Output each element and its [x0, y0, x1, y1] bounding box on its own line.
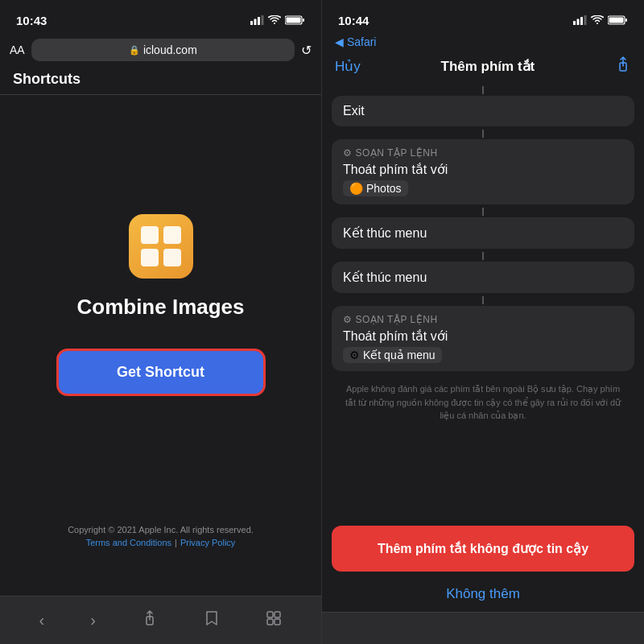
svg-rect-6 [287, 18, 301, 23]
lock-icon: 🔒 [129, 45, 140, 56]
left-bottom-nav: ‹ › [0, 596, 321, 644]
action-ket-thuc-2: Kết thúc menu [332, 262, 634, 293]
action-thoat-photos: ⚙ SOẠN TẬP LỆNH Thoát phím tắt với 🟠 Pho… [332, 139, 634, 204]
icon-square-4 [163, 249, 181, 266]
right-footer-text: Apple không đánh giá các phím tắt bên ng… [332, 374, 634, 431]
right-wifi-icon [591, 15, 604, 25]
icon-square-2 [163, 226, 181, 244]
photos-tag-label: Photos [366, 182, 402, 195]
right-status-icons [573, 15, 628, 25]
svg-rect-17 [625, 19, 627, 22]
connector-2 [482, 130, 484, 138]
terms-link[interactable]: Terms and Conditions [86, 538, 171, 547]
get-shortcut-button[interactable]: Get Shortcut [56, 349, 266, 396]
action-ket-thuc-1: Kết thúc menu [332, 217, 634, 249]
browser-bar: AA 🔒 icloud.com ↺ [0, 35, 321, 64]
connector-3 [482, 208, 484, 216]
share-icon[interactable] [142, 610, 158, 630]
left-phone: 10:43 AA [0, 0, 322, 644]
right-nav-bar: Hủy Thêm phím tắt [322, 52, 644, 85]
svg-rect-1 [254, 19, 257, 26]
svg-rect-10 [267, 619, 273, 625]
right-battery-icon [608, 15, 628, 25]
ket-thuc-label-1: Kết thúc menu [343, 226, 427, 240]
connector-4 [482, 252, 484, 260]
right-status-bar: 10:44 [322, 0, 644, 35]
battery-icon [285, 15, 305, 25]
footer-copyright: Copyright © 2021 Apple Inc. All rights r… [13, 525, 308, 535]
app-title: Combine Images [76, 295, 244, 320]
connector-1 [482, 86, 484, 94]
icon-square-3 [141, 249, 159, 266]
ket-qua-tag: ⚙ Kết quả menu [343, 347, 442, 363]
svg-rect-18 [609, 18, 624, 23]
left-status-bar: 10:43 [0, 0, 321, 35]
right-time: 10:44 [338, 14, 369, 27]
svg-rect-11 [275, 619, 280, 625]
refresh-icon[interactable]: ↺ [301, 43, 312, 58]
exit-label: Exit [343, 104, 365, 118]
privacy-link[interactable]: Privacy Policy [180, 538, 235, 547]
sublabel-icon-1: ⚙ [343, 147, 353, 159]
sublabel-icon-2: ⚙ [343, 314, 353, 325]
svg-rect-9 [275, 612, 280, 617]
svg-rect-5 [303, 19, 304, 22]
back-icon[interactable]: ‹ [39, 611, 45, 630]
tabs-icon[interactable] [266, 610, 282, 630]
svg-rect-3 [262, 15, 264, 25]
right-share-button[interactable] [615, 56, 631, 76]
svg-rect-13 [577, 19, 580, 26]
left-main-content: Combine Images Get Shortcut [0, 95, 321, 515]
right-bottom-nav [322, 612, 644, 644]
forward-icon[interactable]: › [90, 611, 96, 630]
app-icon [129, 214, 193, 279]
action-sublabel-1: ⚙ SOẠN TẬP LỆNH [343, 147, 623, 159]
url-text: icloud.com [143, 43, 197, 56]
dont-add-button[interactable]: Không thêm [322, 576, 644, 612]
aa-button[interactable]: AA [10, 43, 25, 56]
nav-title: Thêm phím tắt [441, 58, 535, 75]
cancel-button[interactable]: Hủy [335, 58, 361, 75]
app-icon-grid [131, 217, 191, 276]
svg-rect-0 [250, 21, 253, 25]
ket-qua-tag-icon: ⚙ [349, 349, 360, 361]
action-thoat-ket-qua: ⚙ SOẠN TẬP LỆNH Thoát phím tắt với ⚙ Kết… [332, 306, 634, 371]
thoat-label-2: Thoát phím tắt với [343, 328, 623, 344]
url-bar[interactable]: 🔒 icloud.com [31, 39, 295, 61]
footer-separator: | [175, 538, 177, 547]
ket-qua-tag-label: Kết quả menu [363, 349, 436, 361]
wifi-icon [268, 15, 281, 25]
right-scroll-content: Exit ⚙ SOẠN TẬP LỆNH Thoát phím tắt với … [322, 85, 644, 521]
footer-links: Terms and Conditions | Privacy Policy [13, 538, 308, 547]
svg-rect-8 [267, 612, 273, 617]
shortcuts-title: Shortcuts [13, 71, 80, 87]
photos-tag-icon: 🟠 [349, 182, 363, 195]
photos-tag: 🟠 Photos [343, 180, 408, 196]
action-exit: Exit [332, 96, 634, 126]
right-signal-icon [573, 15, 587, 25]
shortcuts-header: Shortcuts [0, 64, 321, 95]
action-sublabel-2: ⚙ SOẠN TẬP LỆNH [343, 314, 623, 325]
thoat-label-1: Thoát phím tắt với [343, 162, 623, 177]
icon-square-1 [141, 226, 159, 244]
signal-icon [250, 15, 264, 25]
svg-rect-12 [573, 21, 576, 25]
left-time: 10:43 [16, 14, 47, 27]
bookmarks-icon[interactable] [204, 610, 220, 630]
connector-5 [482, 296, 484, 304]
add-untrusted-button[interactable]: Thêm phím tắt không được tin cậy [332, 526, 634, 572]
right-phone: 10:44 ◀ Safari [322, 0, 644, 644]
svg-rect-2 [258, 17, 260, 25]
left-status-icons [250, 15, 305, 25]
svg-rect-15 [584, 15, 587, 25]
svg-rect-14 [580, 17, 583, 25]
ket-thuc-label-2: Kết thúc menu [343, 270, 427, 284]
safari-back-row: ◀ Safari [322, 35, 644, 52]
left-footer: Copyright © 2021 Apple Inc. All rights r… [0, 515, 321, 596]
safari-back-button[interactable]: ◀ Safari [335, 35, 376, 48]
